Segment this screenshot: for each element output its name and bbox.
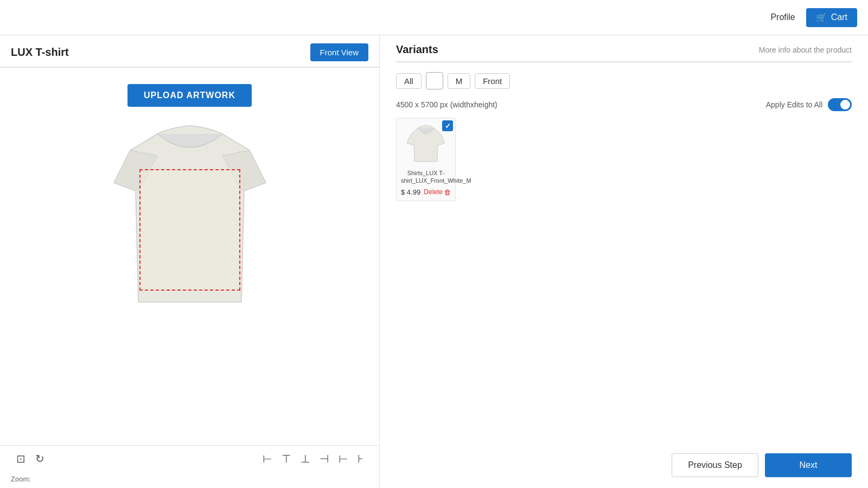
upload-artwork-button[interactable]: UPLOAD ARTWORK [127,84,252,107]
delete-label: Delete [424,188,443,196]
trash-icon: 🗑 [444,188,451,196]
variant-price-row: $ 4.99 Delete 🗑 [401,188,451,196]
header: Profile 🛒 Cart [0,0,868,35]
product-title: LUX T-shirt [11,46,299,59]
dimensions-row: 4500 x 5700 px (widthxheight) Apply Edit… [396,98,852,111]
apply-edits-label: Apply Edits to All [766,100,822,109]
tshirt-container [103,118,277,318]
left-panel-header: LUX T-shirt Front View [0,35,379,68]
bottom-nav: Previous Step Next [396,442,852,477]
rotate-icon[interactable]: ↻ [35,452,44,465]
filter-all-button[interactable]: All [396,73,422,89]
main-layout: LUX T-shirt Front View UPLOAD ARTWORK [0,35,868,488]
cart-button[interactable]: 🛒 Cart [806,8,857,27]
more-info-link[interactable]: More info about the product [759,46,852,54]
apply-edits-toggle[interactable] [828,98,852,111]
next-button[interactable]: Next [765,453,852,477]
variant-checkbox[interactable] [442,120,453,131]
align-bottom-icon[interactable]: ⊦ [358,452,363,465]
variants-title: Variants [396,43,438,56]
profile-link[interactable]: Profile [770,12,795,22]
canvas-area: UPLOAD ARTWORK [0,68,379,445]
filter-row: All M Front [396,72,852,89]
variant-price: $ 4.99 [401,188,420,196]
cart-icon: 🛒 [816,12,827,23]
align-right-icon[interactable]: ⊢ [339,452,348,465]
align-top-icon[interactable]: ⊥ [301,452,310,465]
bottom-toolbar: ⊡ ↻ ⊢ ⊤ ⊥ ⊣ ⊢ ⊦ [0,445,379,472]
variant-name: Shirts_LUX T-shirt_LUX_Front_White_M [401,169,451,185]
crop-icon[interactable]: ⊡ [16,452,25,465]
variants-grid: Shirts_LUX T-shirt_LUX_Front_White_M $ 4… [396,118,852,201]
front-view-button[interactable]: Front View [310,43,368,61]
align-middle-icon[interactable]: ⊣ [320,452,329,465]
apply-edits-row: Apply Edits to All [766,98,852,111]
variant-thumbnail [404,123,448,166]
delete-button[interactable]: Delete 🗑 [424,188,451,196]
print-area [139,169,240,291]
filter-front-button[interactable]: Front [475,73,510,89]
right-panel: Variants More info about the product All… [380,35,868,488]
dimensions-text: 4500 x 5700 px (widthxheight) [396,100,497,109]
filter-m-button[interactable]: M [448,73,471,89]
zoom-label: Zoom: [11,475,31,483]
align-vertical-centers-icon[interactable]: ⊤ [282,452,291,465]
filter-white-swatch[interactable] [426,72,443,89]
previous-step-button[interactable]: Previous Step [672,453,758,477]
align-horizontal-centers-icon[interactable]: ⊢ [263,452,272,465]
variant-card: Shirts_LUX T-shirt_LUX_Front_White_M $ 4… [396,118,456,201]
left-panel: LUX T-shirt Front View UPLOAD ARTWORK [0,35,380,488]
right-panel-header: Variants More info about the product [396,43,852,62]
